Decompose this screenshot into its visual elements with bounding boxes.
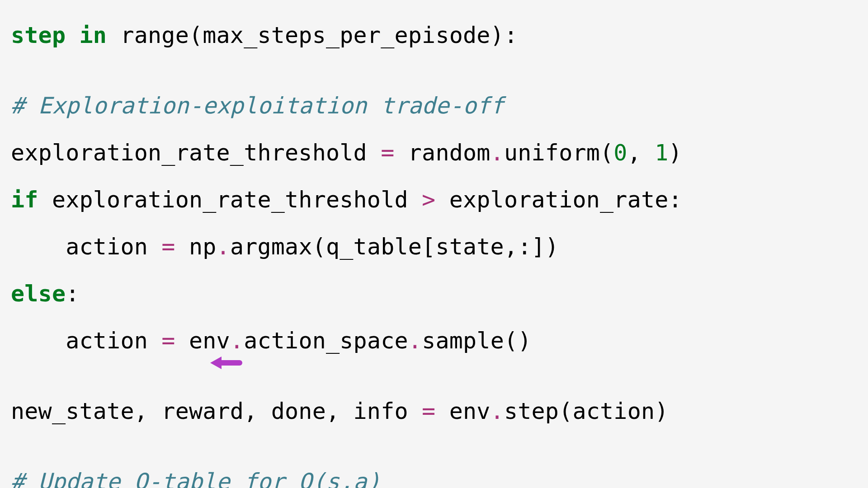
code-line-7: action = env.action_space.sample() — [11, 329, 868, 352]
txt: range(max_steps_per_episode): — [120, 22, 518, 48]
txt: step(action) — [504, 398, 669, 424]
txt: env — [175, 328, 230, 354]
txt: exploration_rate_threshold — [11, 140, 381, 166]
code-line-0: step in range(max_steps_per_episode): — [11, 23, 868, 47]
arrow-left-icon — [208, 354, 244, 372]
code-block: step in range(max_steps_per_episode): # … — [0, 0, 868, 488]
comment-exploration: # Exploration-exploitation trade-off — [11, 94, 868, 117]
code-line-6: else: — [11, 282, 868, 305]
op-eq: = — [422, 398, 435, 424]
op-dot: . — [217, 234, 230, 260]
txt: random — [394, 140, 490, 166]
code-line-3: exploration_rate_threshold = random.unif… — [11, 141, 868, 164]
txt: new_state, reward, done, info — [11, 398, 422, 424]
txt: exploration_rate_threshold — [38, 187, 422, 213]
op-gt: > — [422, 187, 435, 213]
op-eq: = — [381, 140, 394, 166]
op-eq: = — [161, 328, 175, 354]
kw-in: in — [66, 22, 120, 48]
txt: ) — [669, 140, 682, 166]
txt: uniform( — [504, 140, 613, 166]
txt: np — [175, 234, 217, 260]
txt: : — [66, 281, 79, 307]
num-0: 0 — [613, 140, 627, 166]
num-1: 1 — [655, 140, 668, 166]
kw-step: step — [11, 22, 66, 48]
op-dot: . — [408, 328, 422, 354]
kw-if: if — [11, 187, 38, 213]
op-dot: . — [491, 140, 504, 166]
txt: argmax(q_table[state,:]) — [230, 234, 559, 260]
code-line-5: action = np.argmax(q_table[state,:]) — [11, 235, 868, 258]
txt: exploration_rate: — [435, 187, 682, 213]
txt: env — [435, 398, 490, 424]
txt: action_space — [244, 328, 408, 354]
txt: , — [627, 140, 655, 166]
txt: action — [11, 234, 161, 260]
op-eq: = — [161, 234, 175, 260]
op-dot: . — [230, 328, 244, 354]
txt: sample() — [422, 328, 531, 354]
op-dot: . — [491, 398, 504, 424]
code-line-4: if exploration_rate_threshold > explorat… — [11, 188, 868, 211]
code-line-9: new_state, reward, done, info = env.step… — [11, 399, 868, 423]
txt: action — [11, 328, 161, 354]
kw-else: else — [11, 281, 66, 307]
comment-qtable: # Update Q-table for Q(s,a) — [11, 470, 868, 488]
